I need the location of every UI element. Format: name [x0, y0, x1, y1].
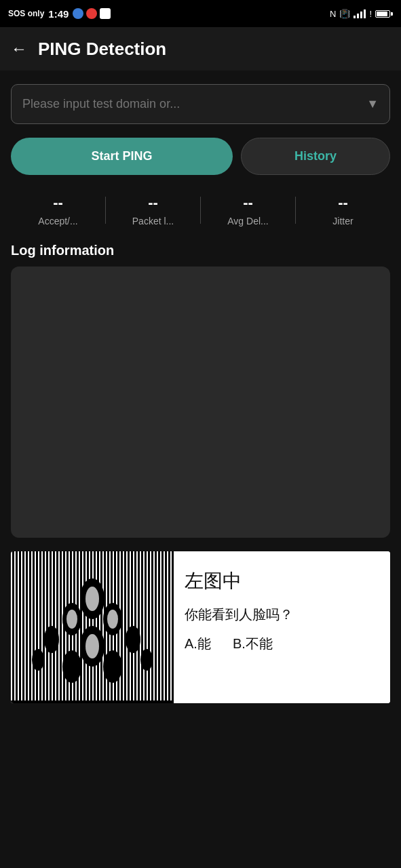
- status-bar: SOS only 1:49 N 📳 !: [0, 0, 401, 27]
- sos-text: SOS only: [8, 9, 44, 18]
- svg-rect-27: [99, 551, 100, 701]
- status-time: 1:49: [48, 8, 69, 20]
- svg-rect-12: [48, 551, 50, 701]
- option-b[interactable]: B.不能: [233, 635, 273, 653]
- stat-packet-label: Packet l...: [132, 216, 174, 226]
- buttons-row: Start PING History: [11, 138, 390, 175]
- app-icon-3: [100, 8, 111, 19]
- svg-rect-5: [24, 551, 26, 701]
- svg-rect-4: [21, 551, 22, 701]
- svg-rect-38: [136, 551, 138, 701]
- svg-point-59: [85, 587, 99, 611]
- svg-rect-36: [130, 551, 131, 701]
- svg-point-62: [85, 634, 99, 658]
- stat-jitter: -- Jitter: [296, 194, 390, 226]
- svg-rect-37: [133, 551, 134, 701]
- svg-rect-24: [89, 551, 90, 701]
- dropdown-arrow-icon[interactable]: ▼: [366, 97, 379, 111]
- svg-rect-1: [11, 551, 12, 701]
- svg-rect-3: [18, 551, 19, 701]
- svg-rect-26: [96, 551, 97, 701]
- vibrate-icon: 📳: [339, 9, 350, 19]
- svg-rect-6: [28, 551, 29, 701]
- svg-rect-23: [85, 551, 87, 701]
- svg-rect-43: [153, 551, 155, 701]
- svg-rect-13: [52, 551, 53, 701]
- svg-rect-28: [102, 551, 104, 701]
- svg-rect-40: [143, 551, 145, 701]
- back-button[interactable]: ←: [11, 39, 27, 58]
- svg-point-58: [140, 649, 153, 671]
- svg-rect-44: [157, 551, 158, 701]
- log-box: [11, 267, 390, 538]
- bottom-right-text: 左图中 你能看到人脸吗？ A.能 B.不能: [174, 551, 390, 703]
- domain-input-container[interactable]: ▼: [11, 84, 390, 124]
- svg-point-56: [62, 650, 81, 683]
- svg-rect-22: [82, 551, 83, 701]
- svg-rect-9: [38, 551, 39, 701]
- stats-row: -- Accept/... -- Packet l... -- Avg Del.…: [11, 194, 390, 226]
- stat-accept-value: --: [53, 194, 63, 212]
- battery-icon: [375, 10, 393, 18]
- main-content: ▼ Start PING History -- Accept/... -- Pa…: [0, 71, 401, 717]
- domain-input[interactable]: [22, 97, 361, 111]
- svg-rect-15: [58, 551, 60, 701]
- svg-point-61: [107, 610, 118, 629]
- svg-rect-46: [164, 551, 165, 701]
- status-right: N 📳 !: [330, 9, 393, 19]
- svg-rect-34: [123, 551, 124, 701]
- alert-icon: !: [369, 9, 372, 19]
- svg-rect-2: [14, 551, 16, 701]
- svg-point-55: [32, 649, 44, 671]
- status-left: SOS only 1:49: [8, 8, 111, 20]
- svg-point-57: [103, 650, 122, 683]
- svg-rect-14: [55, 551, 56, 701]
- page-title: PING Detection: [38, 39, 166, 60]
- svg-rect-10: [41, 551, 43, 701]
- svg-rect-35: [126, 551, 128, 701]
- stat-avgdel-label: Avg Del...: [227, 216, 268, 226]
- stat-avgdel: -- Avg Del...: [201, 194, 295, 226]
- app-icon-1: [73, 8, 83, 19]
- svg-point-54: [126, 626, 140, 653]
- svg-rect-16: [62, 551, 63, 701]
- header: ← PING Detection: [0, 27, 401, 71]
- svg-point-60: [66, 610, 77, 629]
- stat-accept: -- Accept/...: [11, 194, 105, 226]
- app-icon-2: [86, 8, 97, 19]
- status-app-icons: [73, 8, 111, 19]
- stat-avgdel-value: --: [243, 194, 253, 212]
- svg-rect-47: [167, 551, 168, 701]
- stat-packet: -- Packet l...: [106, 194, 200, 226]
- svg-rect-48: [170, 551, 172, 701]
- svg-rect-7: [31, 551, 33, 701]
- svg-rect-39: [140, 551, 141, 701]
- stat-packet-value: --: [148, 194, 158, 212]
- history-button[interactable]: History: [241, 138, 390, 175]
- svg-rect-45: [160, 551, 161, 701]
- svg-point-52: [44, 626, 59, 653]
- wifi-icon: [354, 9, 366, 18]
- stat-jitter-value: --: [338, 194, 348, 212]
- nfc-icon: N: [330, 9, 336, 19]
- bottom-panel: 左图中 你能看到人脸吗？ A.能 B.不能: [11, 551, 390, 703]
- svg-rect-8: [35, 551, 36, 701]
- log-section-title: Log information: [11, 243, 390, 258]
- chinese-title: 左图中: [185, 568, 379, 594]
- svg-rect-25: [92, 551, 94, 701]
- svg-rect-42: [150, 551, 151, 701]
- svg-rect-41: [147, 551, 148, 701]
- stat-accept-label: Accept/...: [38, 216, 77, 226]
- stat-jitter-label: Jitter: [332, 216, 353, 226]
- svg-rect-11: [45, 551, 46, 701]
- illusion-image: [11, 551, 174, 703]
- option-a[interactable]: A.能: [185, 635, 211, 653]
- chinese-options: A.能 B.不能: [185, 635, 379, 653]
- start-ping-button[interactable]: Start PING: [11, 138, 233, 175]
- chinese-question: 你能看到人脸吗？: [185, 604, 379, 625]
